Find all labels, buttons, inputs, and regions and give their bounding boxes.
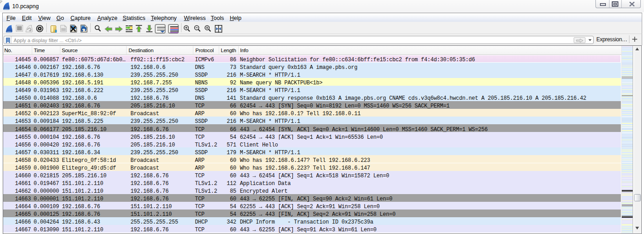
svg-text:010: 010: [62, 29, 65, 31]
